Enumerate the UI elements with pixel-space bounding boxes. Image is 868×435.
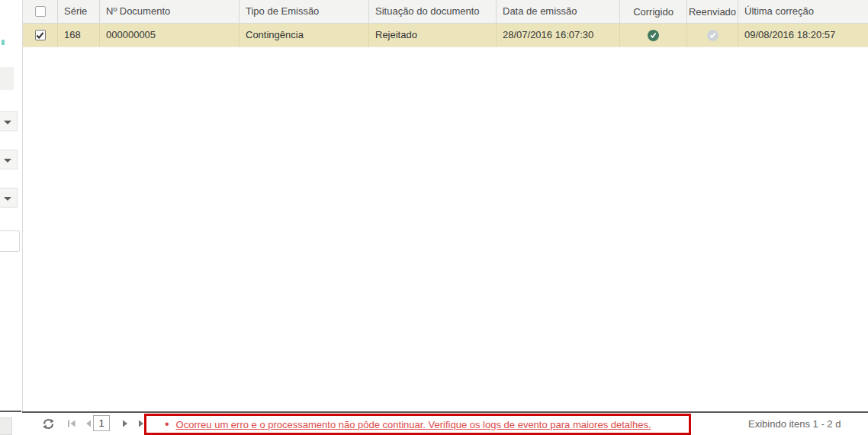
column-header-tipo-emissao[interactable]: Tipo de Emissão — [240, 0, 369, 23]
dropdown-button-2[interactable] — [0, 150, 18, 169]
cell-corrigido — [620, 24, 687, 47]
left-edge-marker — [2, 40, 5, 45]
table-row[interactable]: 168 000000005 Contingência Rejeitado 28/… — [23, 24, 868, 47]
items-count-status: Exibindo itens 1 - 2 d — [748, 418, 841, 430]
cell-ultima-correcao: 09/08/2016 18:20:57 — [738, 24, 868, 47]
error-bullet: • — [165, 418, 169, 430]
first-page-button[interactable] — [66, 418, 77, 429]
dropdown-button-3[interactable] — [0, 188, 18, 208]
dropdown-button-1[interactable] — [0, 111, 18, 131]
divider — [0, 411, 21, 412]
error-message-link[interactable]: Ocorreu um erro e o processamento não pô… — [176, 419, 651, 430]
documents-grid: Série Nº Documento Tipo de Emissão Situa… — [22, 0, 868, 413]
partial-bottom-element — [0, 417, 12, 435]
column-header-ultima-correcao[interactable]: Última correção — [738, 0, 868, 23]
refresh-icon[interactable] — [42, 417, 55, 430]
column-header-serie[interactable]: Série — [58, 0, 100, 23]
checkmark-icon — [709, 32, 716, 39]
checkmark-icon — [36, 31, 44, 40]
row-checkbox-checked[interactable] — [35, 30, 46, 40]
page-number-input[interactable] — [93, 415, 110, 431]
column-header-reenviado[interactable]: Reenviado — [687, 0, 738, 23]
reenviado-check-icon — [707, 30, 719, 41]
grid-header-row: Série Nº Documento Tipo de Emissão Situa… — [23, 0, 868, 24]
cell-data-emissao: 28/07/2016 16:07:30 — [497, 24, 620, 47]
cell-documento: 000000005 — [100, 24, 240, 47]
cell-serie: 168 — [58, 24, 100, 47]
column-header-situacao[interactable]: Situação do documento — [369, 0, 497, 23]
chevron-down-icon — [4, 197, 11, 201]
checkmark-icon — [650, 32, 657, 39]
column-header-corrigido[interactable]: Corrigido — [620, 0, 687, 23]
left-panel-fragment — [0, 0, 22, 435]
previous-page-button[interactable] — [83, 418, 94, 429]
select-all-cell — [23, 0, 58, 23]
chevron-down-icon — [4, 121, 11, 124]
column-header-data-emissao[interactable]: Data de emissão — [497, 0, 620, 23]
partial-button[interactable] — [0, 67, 14, 90]
cell-reenviado — [687, 24, 738, 47]
column-header-documento[interactable]: Nº Documento — [100, 0, 240, 23]
pager-bar: • Ocorreu um erro e o processamento não … — [22, 411, 868, 435]
error-message-box: • Ocorreu um erro e o processamento não … — [144, 414, 691, 435]
partial-text-input[interactable] — [0, 230, 20, 252]
next-page-button[interactable] — [120, 418, 130, 429]
cell-situacao: Rejeitado — [369, 24, 497, 47]
row-select-cell — [23, 24, 58, 47]
select-all-checkbox[interactable] — [35, 6, 46, 17]
chevron-down-icon — [4, 159, 11, 163]
cell-tipo-emissao: Contingência — [240, 24, 369, 47]
corrigido-check-icon — [648, 30, 659, 41]
